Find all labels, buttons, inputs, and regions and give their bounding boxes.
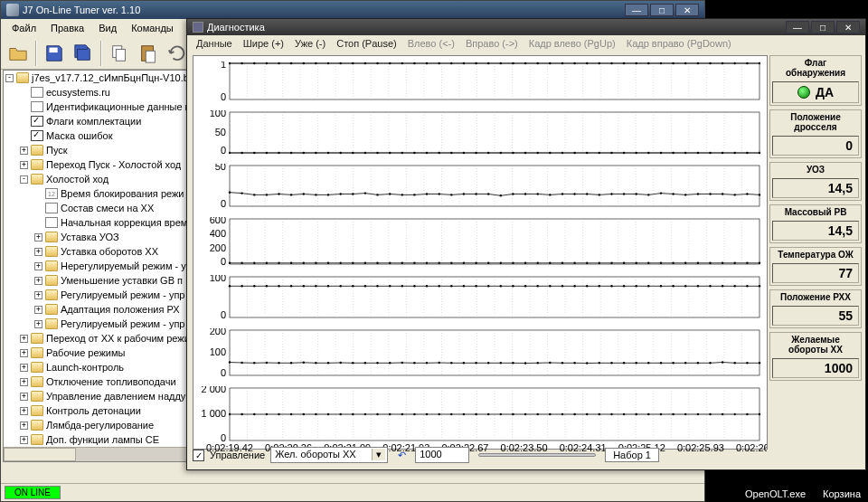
tree-item[interactable]: +Датчики, механизмы	[4, 461, 210, 462]
minimize-button[interactable]: —	[625, 4, 648, 16]
tree-item-label: Флаги комплектации	[46, 116, 141, 127]
maximize-button[interactable]: □	[650, 4, 674, 16]
diag-menu-item[interactable]: Стоп (Pause)	[331, 36, 402, 51]
readout-panel: Температура ОЖ77	[769, 247, 862, 286]
collapse-icon[interactable]: -	[20, 175, 28, 184]
expand-icon[interactable]: +	[34, 262, 42, 270]
tree-item[interactable]: +Пуск	[4, 143, 210, 157]
tree-item[interactable]: +Переход Пуск - Холостой ход	[4, 157, 210, 172]
tree-item-label: Рабочие режимы	[46, 347, 125, 358]
taskbar-bin[interactable]: Корзина	[823, 488, 861, 499]
value-input[interactable]: 1000	[415, 447, 469, 463]
readout-panel: ФлагобнаруженияДА	[769, 55, 862, 106]
readout-value: 55	[772, 306, 859, 326]
tree-hscrollbar[interactable]	[4, 447, 210, 461]
folder-icon	[45, 304, 58, 315]
folder-icon	[45, 260, 58, 271]
readout-panel: Положение РХХ55	[769, 289, 862, 328]
svg-text:400: 400	[210, 228, 226, 239]
tree-item[interactable]: +Лямбда-регулирование	[4, 418, 210, 432]
tree-item[interactable]: Начальная коррекция врем	[4, 215, 210, 230]
diag-menu-item[interactable]: Данные	[191, 36, 238, 51]
tree-item[interactable]: +Регулируемый режим - упр	[4, 317, 210, 331]
expand-icon[interactable]: +	[34, 277, 42, 285]
tree-item[interactable]: +Управление давлением надду	[4, 389, 210, 403]
tree-item[interactable]: Состав смеси на ХХ	[4, 201, 210, 215]
expand-icon[interactable]: +	[20, 407, 28, 415]
svg-text:200: 200	[210, 328, 226, 336]
svg-text:1 000: 1 000	[201, 408, 226, 419]
tree-item[interactable]: +Адаптация положения РХ	[4, 302, 210, 317]
diag-close-button[interactable]: ✕	[836, 21, 860, 33]
save-all-button[interactable]	[70, 40, 97, 67]
diag-minimize-button[interactable]: —	[786, 21, 809, 33]
expand-icon[interactable]: +	[34, 320, 42, 328]
expand-icon[interactable]: +	[20, 378, 28, 386]
expand-icon[interactable]: +	[20, 421, 28, 430]
copy-button[interactable]	[106, 40, 133, 67]
tree-item-label: ecusystems.ru	[46, 87, 110, 98]
set-label[interactable]: Набор 1	[605, 448, 659, 462]
page-icon	[45, 217, 58, 228]
tree-item[interactable]: Идентификационные данные п	[4, 99, 210, 114]
tree-item[interactable]: +Доп. функции лампы CE	[4, 432, 210, 447]
diag-menu-item[interactable]: Шире (+)	[238, 36, 289, 51]
collapse-icon[interactable]: -	[5, 74, 14, 82]
open-button[interactable]	[5, 40, 32, 67]
tree-item[interactable]: +Уставка оборотов ХХ	[4, 244, 210, 259]
menu-commands[interactable]: Команды	[124, 21, 181, 35]
tree-item[interactable]: +Рабочие режимы	[4, 346, 210, 360]
tree-item[interactable]: Маска ошибок	[4, 128, 210, 143]
tree-item[interactable]: +Переход от ХХ к рабочим режи	[4, 331, 210, 346]
diag-menu-item[interactable]: Уже (-)	[289, 36, 331, 51]
tree-view[interactable]: - j7es_v17.7.12_сИмпБцнПцн-V10.bк ecusys…	[3, 70, 211, 462]
readout-label: Флагобнаружения	[770, 56, 861, 80]
tree-item[interactable]: +Отключение топливоподачи	[4, 374, 210, 389]
taskbar-app[interactable]: OpenOLT.exe	[745, 488, 806, 499]
svg-text:100: 100	[210, 110, 226, 118]
readout-value: 1000	[772, 358, 859, 378]
readout-panel: Желаемыеобороты ХХ1000	[769, 332, 862, 381]
page-icon	[45, 203, 58, 213]
expand-icon[interactable]: +	[34, 233, 42, 242]
expand-icon[interactable]: +	[34, 306, 42, 314]
tree-item[interactable]: Флаги комплектации	[4, 114, 210, 128]
param-combo[interactable]: Жел. обороты ХХ	[270, 447, 388, 463]
tree-item[interactable]: +Уставка УОЗ	[4, 230, 210, 244]
expand-icon[interactable]: +	[34, 248, 42, 256]
svg-rect-0	[50, 47, 58, 52]
tree-item[interactable]: -Холостой ход	[4, 172, 210, 186]
expand-icon[interactable]: +	[20, 349, 28, 357]
readout-panel: УОЗ14,5	[769, 162, 862, 201]
expand-icon[interactable]: +	[20, 335, 28, 343]
expand-icon[interactable]: +	[20, 393, 28, 401]
close-button[interactable]: ✕	[675, 4, 699, 16]
tree-item[interactable]: 12Время блокирования режи	[4, 186, 210, 201]
svg-text:0: 0	[221, 198, 226, 209]
tree-item[interactable]: ecusystems.ru	[4, 85, 210, 99]
paste-button[interactable]	[135, 40, 162, 67]
menu-view[interactable]: Вид	[91, 21, 124, 35]
menu-file[interactable]: Файл	[5, 21, 43, 35]
expand-icon[interactable]: +	[34, 291, 42, 299]
diag-maximize-button[interactable]: □	[811, 21, 835, 33]
tree-item[interactable]: +Нерегулируемый режим - у	[4, 259, 210, 273]
expand-icon[interactable]: +	[20, 364, 28, 372]
expand-icon[interactable]: +	[20, 436, 28, 444]
svg-text:0: 0	[221, 309, 226, 320]
tree-item[interactable]: +Регулируемый режим - упр	[4, 288, 210, 302]
folder-icon	[31, 434, 43, 445]
chart-svg: 2001000	[193, 328, 767, 383]
expand-icon[interactable]: +	[20, 147, 28, 155]
revert-button[interactable]: ↶	[393, 447, 410, 463]
tree-item[interactable]: +Launch-контроль	[4, 360, 210, 374]
tree-root[interactable]: - j7es_v17.7.12_сИмпБцнПцн-V10.bк	[4, 71, 210, 85]
tree-item[interactable]: +Контроль детонации	[4, 403, 210, 418]
tree-item[interactable]: +Уменьшение уставки GB п	[4, 273, 210, 288]
control-checkbox[interactable]	[193, 450, 204, 461]
save-button[interactable]	[41, 40, 68, 67]
menu-edit[interactable]: Правка	[43, 21, 91, 35]
readout-value: 0	[772, 136, 859, 156]
expand-icon[interactable]: +	[20, 161, 28, 169]
value-slider[interactable]	[478, 453, 596, 457]
